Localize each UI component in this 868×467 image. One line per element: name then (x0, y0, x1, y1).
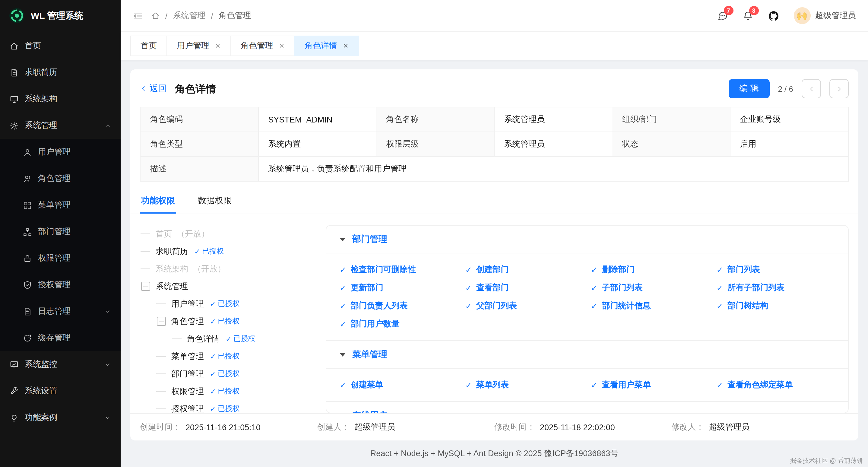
chevron-up-icon (104, 122, 111, 129)
tab-function-permissions[interactable]: 功能权限 (140, 190, 176, 214)
close-icon[interactable] (343, 43, 349, 49)
user-menu[interactable]: 🙌 超级管理员 (794, 7, 856, 24)
sidebar-item-role-mgmt[interactable]: 角色管理 (0, 165, 121, 192)
tree-node-role-detail[interactable]: 角色详情 ✓已授权 (140, 330, 321, 347)
tab-role-detail[interactable]: 角色详情 (294, 36, 359, 56)
header-actions: 7 3 🙌 超级管理员 (717, 7, 856, 24)
logo-icon (8, 7, 25, 24)
tree-node-architecture[interactable]: 系统架构 （开放） (140, 260, 321, 278)
close-icon[interactable] (215, 43, 221, 49)
tree-node-auth-mgmt[interactable]: 授权管理 ✓已授权 (140, 400, 321, 413)
tab-home[interactable]: 首页 (130, 36, 167, 56)
system-mgmt-submenu: 用户管理 角色管理 菜单管理 部门管理 权限管理 (0, 139, 121, 351)
close-icon[interactable] (279, 43, 285, 49)
sidebar-item-home[interactable]: 首页 (0, 33, 121, 59)
permission-item[interactable]: ✓查看用户菜单 (591, 379, 709, 391)
panel-header[interactable]: 在线用户 (326, 402, 848, 413)
tree-node-perm-mgmt[interactable]: 权限管理 ✓已授权 (140, 382, 321, 400)
back-button[interactable]: 返回 (140, 83, 166, 94)
permission-item[interactable]: ✓所有子部门列表 (717, 282, 835, 293)
sidebar-item-system-mgmt[interactable]: 系统管理 (0, 112, 121, 139)
user-name: 超级管理员 (815, 10, 856, 21)
permission-panels: 部门管理 ✓检查部门可删除性 ✓创建部门 ✓删除部门 ✓部门列表 ✓更新部门 ✓… (326, 225, 849, 413)
permission-item[interactable]: ✓父部门列表 (465, 301, 584, 311)
prev-record-button[interactable] (802, 79, 821, 98)
check-icon: ✓ (465, 283, 472, 292)
org-icon (23, 227, 32, 236)
permission-body: 首页 （开放） 求职简历 ✓已授权 系统架构 （开放） (130, 214, 858, 413)
check-icon: ✓ (340, 283, 346, 292)
permission-item[interactable]: ✓删除部门 (591, 264, 709, 275)
sidebar-item-user-mgmt[interactable]: 用户管理 (0, 139, 121, 165)
tree-node-role-mgmt[interactable]: 角色管理 ✓已授权 (140, 313, 321, 330)
permission-item[interactable]: ✓部门树结构 (717, 301, 835, 311)
sidebar-item-resume[interactable]: 求职简历 (0, 59, 121, 86)
tree-line (140, 251, 151, 252)
menu-fold-icon[interactable] (133, 10, 143, 21)
collapse-expander-icon[interactable] (156, 317, 166, 326)
sidebar-item-architecture[interactable]: 系统架构 (0, 86, 121, 112)
permission-item[interactable]: ✓创建菜单 (340, 379, 458, 391)
panel-header[interactable]: 菜单管理 (326, 341, 848, 368)
sidebar-item-cache-mgmt[interactable]: 缓存管理 (0, 324, 121, 351)
github-button[interactable] (768, 10, 779, 22)
tree-node-resume[interactable]: 求职简历 ✓已授权 (140, 243, 321, 260)
github-icon (768, 10, 779, 22)
page-title: 角色详情 (175, 82, 216, 96)
panel-item-grid: ✓检查部门可删除性 ✓创建部门 ✓删除部门 ✓部门列表 ✓更新部门 ✓查看部门 … (326, 253, 848, 340)
tab-data-permissions[interactable]: 数据权限 (197, 190, 233, 214)
sidebar-item-log-mgmt[interactable]: 日志管理 (0, 298, 121, 324)
check-icon: ✓ (340, 301, 346, 311)
check-icon: ✓ (340, 265, 346, 275)
sidebar-item-system-monitor[interactable]: 系统监控 (0, 351, 121, 378)
role-detail-card: 返回 角色详情 编 辑 2 / 6 角色编码 SY (130, 69, 858, 440)
notifications-button[interactable]: 3 (742, 10, 753, 21)
sidebar-item-dept-mgmt[interactable]: 部门管理 (0, 218, 121, 245)
tree-node-user-mgmt[interactable]: 用户管理 ✓已授权 (140, 295, 321, 313)
breadcrumb-separator: / (165, 11, 168, 20)
field-label: 权限层级 (376, 132, 494, 157)
home-icon[interactable] (151, 11, 160, 20)
sidebar-item-feature-cases[interactable]: 功能案例 (0, 404, 121, 431)
tree-node-dept-mgmt[interactable]: 部门管理 ✓已授权 (140, 365, 321, 382)
authorized-tag: ✓已授权 (210, 369, 240, 379)
tree-node-system-mgmt[interactable]: 系统管理 (140, 278, 321, 295)
permission-item[interactable]: ✓部门用户数量 (340, 318, 458, 330)
collapse-expander-icon[interactable] (140, 282, 151, 291)
check-icon: ✓ (717, 283, 723, 292)
tree-node-home[interactable]: 首页 （开放） (140, 225, 321, 243)
sidebar-item-menu-mgmt[interactable]: 菜单管理 (0, 192, 121, 218)
permission-item[interactable]: ✓查看部门 (465, 282, 584, 293)
sidebar-item-system-settings[interactable]: 系统设置 (0, 378, 121, 404)
permission-item[interactable]: ✓部门列表 (717, 264, 835, 275)
permission-item[interactable]: ✓部门统计信息 (591, 301, 709, 311)
chevron-down-icon (104, 361, 111, 368)
next-record-button[interactable] (829, 79, 849, 98)
panel-header[interactable]: 部门管理 (326, 226, 848, 253)
app-logo[interactable]: WL 管理系统 (0, 0, 121, 31)
sidebar-item-auth-mgmt[interactable]: 授权管理 (0, 272, 121, 298)
tab-role-mgmt[interactable]: 角色管理 (230, 36, 295, 56)
tab-user-mgmt[interactable]: 用户管理 (166, 36, 231, 56)
modifier: 修改人： 超级管理员 (672, 422, 849, 433)
chevron-left-icon (140, 85, 147, 92)
permission-item[interactable]: ✓子部门列表 (591, 282, 709, 293)
permission-item[interactable]: ✓检查部门可删除性 (340, 264, 458, 275)
check-icon: ✓ (194, 247, 200, 255)
permission-item[interactable]: ✓部门负责人列表 (340, 301, 458, 311)
messages-button[interactable]: 7 (717, 10, 728, 21)
breadcrumb-item-system-mgmt[interactable]: 系统管理 (173, 10, 206, 21)
permission-item[interactable]: ✓更新部门 (340, 282, 458, 293)
edit-button[interactable]: 编 辑 (728, 79, 770, 98)
check-icon: ✓ (210, 317, 216, 325)
modified-time: 修改时间： 2025-11-18 22:02:00 (494, 422, 672, 433)
check-icon: ✓ (465, 265, 472, 275)
permission-group-online-users: 在线用户 (326, 401, 848, 413)
permission-item[interactable]: ✓查看角色绑定菜单 (717, 379, 835, 391)
permission-item[interactable]: ✓菜单列表 (465, 379, 584, 391)
breadcrumb-item-role-mgmt[interactable]: 角色管理 (219, 10, 251, 21)
permission-group-menu: 菜单管理 ✓创建菜单 ✓菜单列表 ✓查看用户菜单 ✓查看角色绑定菜单 (326, 340, 848, 401)
permission-item[interactable]: ✓创建部门 (465, 264, 584, 275)
sidebar-item-perm-mgmt[interactable]: 权限管理 (0, 245, 121, 272)
tree-node-menu-mgmt[interactable]: 菜单管理 ✓已授权 (140, 347, 321, 365)
